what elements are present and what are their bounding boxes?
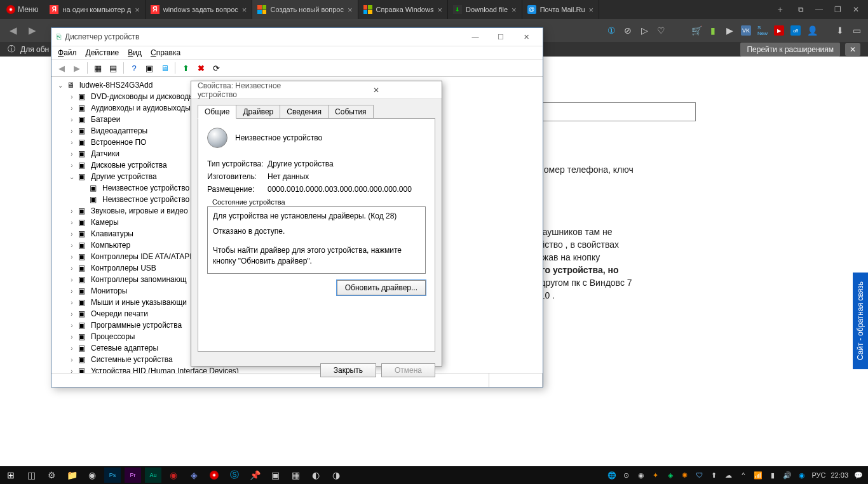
scan-icon[interactable]: ▣ bbox=[143, 62, 156, 74]
tray-icon[interactable]: ◉ bbox=[636, 471, 646, 480]
minimize-browser-icon[interactable]: — bbox=[815, 5, 823, 14]
tray-icon[interactable]: 🛡 bbox=[695, 471, 704, 480]
close-button[interactable]: ✕ bbox=[515, 30, 538, 44]
audition-icon[interactable]: Au bbox=[145, 467, 161, 483]
go-to-extensions-button[interactable]: Перейти к расширениям bbox=[740, 43, 840, 57]
expand-icon[interactable]: › bbox=[68, 208, 76, 215]
tab-close-icon[interactable]: × bbox=[437, 5, 442, 15]
cart-icon[interactable]: 🛒 bbox=[691, 25, 702, 36]
back-icon[interactable]: ◀ bbox=[55, 62, 68, 74]
maximize-button[interactable]: ☐ bbox=[489, 30, 512, 44]
tray-icon[interactable]: ⬆ bbox=[709, 471, 719, 480]
app-icon[interactable]: ▦ bbox=[287, 467, 304, 483]
expand-icon[interactable]: › bbox=[68, 139, 76, 146]
volume-icon[interactable]: 🔊 bbox=[782, 471, 792, 480]
nav-back-icon[interactable]: ◀ bbox=[6, 25, 20, 36]
photoshop-icon[interactable]: Ps bbox=[104, 467, 121, 483]
heart-icon[interactable]: ♡ bbox=[656, 25, 666, 36]
minimize-button[interactable]: — bbox=[464, 30, 487, 44]
tray-icon[interactable]: ◈ bbox=[665, 471, 675, 480]
feedback-tab[interactable]: Сайт - обратная связь bbox=[853, 272, 868, 369]
play-icon[interactable]: ▶ bbox=[724, 25, 735, 36]
app-icon[interactable]: ▣ bbox=[267, 467, 283, 483]
menu-help[interactable]: Справка bbox=[151, 48, 180, 57]
tray-icon[interactable]: 🌐 bbox=[607, 471, 616, 480]
maximize-browser-icon[interactable]: ❐ bbox=[834, 5, 841, 14]
browser-tab[interactable]: Яwindows задать вопрос× bbox=[146, 0, 253, 19]
app-icon[interactable]: ◐ bbox=[308, 467, 324, 483]
tray-icon[interactable]: ✺ bbox=[680, 471, 689, 480]
devmgr-titlebar[interactable]: ⎘ Диспетчер устройств — ☐ ✕ bbox=[51, 28, 543, 46]
tray-icon[interactable]: ☁ bbox=[724, 471, 733, 480]
android-icon[interactable]: ▮ bbox=[708, 25, 718, 36]
expand-icon[interactable]: ⌄ bbox=[68, 173, 76, 180]
show-hide-tree-icon[interactable]: ▦ bbox=[92, 62, 104, 74]
clock[interactable]: 22:03 bbox=[831, 471, 848, 479]
expand-icon[interactable]: ⌄ bbox=[57, 82, 64, 89]
expand-icon[interactable]: › bbox=[68, 162, 76, 169]
tree-root-label[interactable]: ludwek-8HS24G3Add bbox=[79, 81, 153, 90]
monitor-icon[interactable]: 🖥 bbox=[158, 62, 171, 74]
expand-icon[interactable]: › bbox=[68, 322, 76, 329]
tab-details[interactable]: Сведения bbox=[280, 105, 329, 119]
propdlg-close-button[interactable]: ✕ bbox=[316, 86, 435, 95]
expand-icon[interactable]: › bbox=[68, 253, 76, 260]
tab-events[interactable]: События bbox=[328, 105, 374, 119]
explorer-icon[interactable]: 📁 bbox=[64, 467, 80, 483]
tray-icon[interactable]: ⊙ bbox=[621, 471, 631, 480]
send-icon[interactable]: ▷ bbox=[639, 25, 649, 36]
opera-taskbar-icon[interactable] bbox=[206, 467, 222, 483]
new-tab-button[interactable]: + bbox=[771, 4, 789, 15]
recent-tabs-icon[interactable]: ⧉ bbox=[798, 5, 804, 14]
tab-driver[interactable]: Драйвер bbox=[236, 105, 280, 119]
close-browser-icon[interactable]: ✕ bbox=[853, 5, 859, 14]
vk-icon[interactable]: VK bbox=[741, 25, 751, 36]
skype-icon[interactable]: Ⓢ bbox=[226, 467, 243, 483]
expand-icon[interactable]: › bbox=[68, 345, 76, 352]
expand-icon[interactable]: › bbox=[68, 231, 76, 238]
expand-icon[interactable]: › bbox=[68, 333, 76, 340]
battery-icon[interactable]: ▭ bbox=[851, 25, 862, 36]
tab-close-icon[interactable]: × bbox=[242, 5, 247, 15]
wifi-icon[interactable]: 📶 bbox=[753, 471, 763, 480]
settings-icon[interactable]: ⚙ bbox=[43, 467, 60, 483]
expand-icon[interactable]: › bbox=[68, 242, 76, 249]
properties-icon[interactable]: ▤ bbox=[107, 62, 119, 74]
browser-tab[interactable]: @Почта Mail.Ru× bbox=[522, 0, 599, 19]
start-button[interactable]: ⊞ bbox=[3, 467, 19, 483]
update-driver-icon[interactable]: ⬆ bbox=[179, 62, 192, 74]
forward-icon[interactable]: ▶ bbox=[71, 62, 83, 74]
help-icon[interactable]: ? bbox=[128, 62, 140, 74]
browser-tab[interactable]: Создать новый вопрос× bbox=[252, 0, 358, 19]
youtube-icon[interactable]: ▶ bbox=[774, 25, 784, 36]
menu-view[interactable]: Вид bbox=[128, 48, 142, 57]
expand-icon[interactable]: › bbox=[68, 356, 76, 363]
device-status-box[interactable]: Для устройства не установлены драйверы. … bbox=[207, 206, 426, 274]
notifications-icon[interactable]: 💬 bbox=[853, 471, 863, 480]
battery-tray-icon[interactable]: ▮ bbox=[768, 471, 777, 480]
record-icon[interactable]: ◉ bbox=[165, 467, 182, 483]
tray-chevron-icon[interactable]: ^ bbox=[738, 471, 748, 480]
expand-icon[interactable]: › bbox=[68, 151, 76, 158]
menu-file[interactable]: Файл bbox=[58, 48, 77, 57]
browser-tab[interactable]: Справка Windows× bbox=[358, 0, 448, 19]
expand-icon[interactable]: › bbox=[68, 105, 76, 112]
download-icon[interactable]: ⬇ bbox=[835, 25, 845, 36]
tray-icon[interactable]: ✦ bbox=[651, 471, 660, 480]
expand-icon[interactable]: › bbox=[68, 219, 76, 226]
dismiss-info-button[interactable]: ✕ bbox=[845, 43, 860, 56]
shield-icon[interactable]: ① bbox=[606, 25, 616, 36]
steam-icon[interactable]: ◉ bbox=[84, 467, 100, 483]
update-driver-button[interactable]: Обновить драйвер... bbox=[337, 280, 426, 295]
browser-tab[interactable]: Яна один компьютер д× bbox=[44, 0, 145, 19]
expand-icon[interactable]: › bbox=[68, 288, 76, 295]
scan-hardware-icon[interactable]: ⟳ bbox=[210, 62, 222, 74]
menu-action[interactable]: Действие bbox=[86, 48, 119, 57]
expand-icon[interactable]: › bbox=[68, 93, 76, 100]
expand-icon[interactable]: › bbox=[68, 311, 76, 318]
browser-tab[interactable]: ⬇Download file× bbox=[448, 0, 522, 19]
tab-close-icon[interactable]: × bbox=[512, 5, 517, 15]
expand-icon[interactable]: › bbox=[68, 128, 76, 135]
expand-icon[interactable]: › bbox=[68, 276, 76, 283]
propdlg-titlebar[interactable]: Свойства: Неизвестное устройство ✕ bbox=[191, 81, 442, 99]
